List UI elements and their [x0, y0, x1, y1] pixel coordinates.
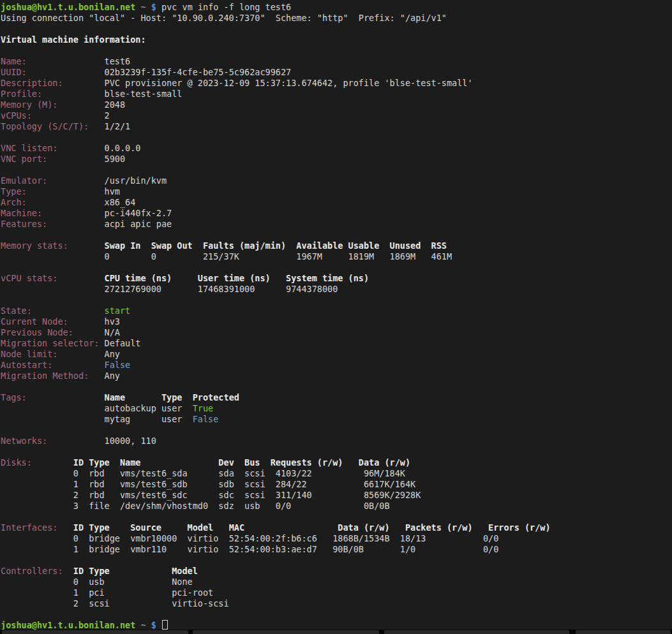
- terminal-line: Autostart: False: [1, 360, 672, 371]
- taskbar-item[interactable]: [193, 630, 379, 634]
- terminal-line: 2 scsi virtio-scsi: [1, 598, 672, 609]
- terminal-line: UUID: 02b3239f-135f-4cfe-be75-5c962ac996…: [1, 67, 672, 78]
- terminal-line: VNC port: 5900: [1, 154, 672, 165]
- terminal-line: 27212769000 17468391000 9744378000: [1, 284, 672, 295]
- terminal-output[interactable]: joshua@hv1.t.u.bonilan.net ~ $ pvc vm in…: [0, 0, 672, 630]
- terminal-line: Description: PVC provisioner @ 2023-12-0…: [1, 78, 672, 89]
- terminal-line: Name: test6: [1, 56, 672, 67]
- terminal-line: vCPU stats: CPU time (ns) User time (ns)…: [1, 273, 672, 284]
- terminal-line: [1, 45, 672, 56]
- terminal-line: [1, 609, 672, 620]
- terminal-line: [1, 262, 672, 273]
- terminal-line: 1 pci pci-root: [1, 587, 672, 598]
- terminal-line: [1, 381, 672, 392]
- terminal-line: [1, 446, 672, 457]
- taskbar-strip: [0, 630, 672, 634]
- terminal-line: 0 usb None: [1, 577, 672, 587]
- terminal-line: Profile: blse-test-small: [1, 89, 672, 100]
- terminal-line: State: start: [1, 306, 672, 316]
- terminal-line: Node limit: Any: [1, 349, 672, 360]
- terminal-line: Arch: x86_64: [1, 197, 672, 208]
- terminal-line: Previous Node: N/A: [1, 327, 672, 338]
- terminal-line: Memory stats: Swap In Swap Out Faults (m…: [1, 240, 672, 251]
- terminal-line: [1, 132, 672, 143]
- terminal-line: vCPUs: 2: [1, 110, 672, 121]
- terminal-line: Memory (M): 2048: [1, 100, 672, 110]
- terminal-line: [1, 230, 672, 240]
- terminal-line: VNC listen: 0.0.0.0: [1, 143, 672, 154]
- terminal-line: joshua@hv1.t.u.bonilan.net ~ $ pvc vm in…: [1, 2, 672, 13]
- terminal-line: [1, 295, 672, 306]
- terminal-line: 1 rbd vms/test6_sdb sdb scsi 284/22 6617…: [1, 479, 672, 490]
- taskbar-item[interactable]: [2, 630, 188, 634]
- terminal-line: Interfaces: ID Type Source Model MAC Dat…: [1, 522, 672, 533]
- terminal-line: [1, 425, 672, 436]
- terminal-line: 1 bridge vmbr110 virtio 52:54:00:b3:ae:d…: [1, 544, 672, 555]
- taskbar-item[interactable]: [576, 630, 671, 634]
- terminal-line: Emulator: /usr/bin/kvm: [1, 175, 672, 186]
- terminal-line: Tags: Name Type Protected: [1, 392, 672, 403]
- terminal-line: [1, 555, 672, 566]
- terminal-window: joshua@hv1.t.u.bonilan.net ~ $ pvc vm in…: [0, 0, 672, 634]
- terminal-line: 2 rbd vms/test6_sdc sdc scsi 311/140 856…: [1, 490, 672, 501]
- terminal-line: Migration Method: Any: [1, 371, 672, 381]
- terminal-line: 0 rbd vms/test6_sda sda scsi 4103/22 96M…: [1, 468, 672, 479]
- terminal-line: Migration selector: Default: [1, 338, 672, 349]
- terminal-line: Controllers: ID Type Model: [1, 566, 672, 577]
- terminal-line: [1, 512, 672, 522]
- terminal-line: 3 file /dev/shm/vhostmd0 sdz usb 0/0 0B/…: [1, 501, 672, 512]
- terminal-line: Using connection "local" - Host: "10.90.…: [1, 13, 672, 24]
- terminal-line: Virtual machine information:: [1, 34, 672, 45]
- terminal-line: Features: acpi apic pae: [1, 219, 672, 230]
- terminal-line: autobackup user True: [1, 403, 672, 414]
- terminal-cursor: [162, 620, 168, 630]
- taskbar-item[interactable]: [384, 630, 569, 634]
- terminal-line: 0 bridge vmbr10000 virtio 52:54:00:2f:b6…: [1, 533, 672, 544]
- terminal-line: Topology (S/C/T): 1/2/1: [1, 121, 672, 132]
- terminal-line: Disks: ID Type Name Dev Bus Requests (r/…: [1, 457, 672, 468]
- terminal-line: [1, 165, 672, 175]
- terminal-line: [1, 24, 672, 34]
- terminal-line: Machine: pc-i440fx-2.7: [1, 208, 672, 219]
- terminal-line: Current Node: hv3: [1, 316, 672, 327]
- terminal-line: Networks: 10000, 110: [1, 436, 672, 446]
- terminal-line: Type: hvm: [1, 186, 672, 197]
- terminal-line: mytag user False: [1, 414, 672, 425]
- terminal-line: 0 0 215/37K 1967M 1819M 1869M 461M: [1, 251, 672, 262]
